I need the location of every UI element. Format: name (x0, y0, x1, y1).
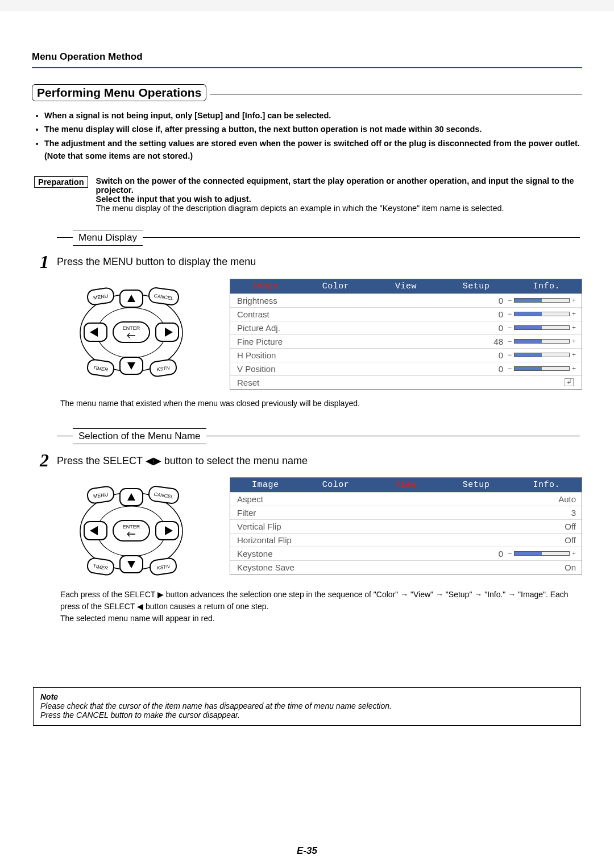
osd-row-label: Picture Adj. (237, 323, 485, 333)
osd-row-value: 0 (485, 549, 503, 559)
section-heading: Performing Menu Operations (32, 84, 206, 101)
osd-tab-setup: Setup (441, 478, 512, 492)
step2-caption: Each press of the SELECT ▶ button advanc… (60, 589, 582, 625)
preparation-label: Preparation (34, 176, 88, 188)
minus-icon: − (508, 337, 512, 345)
remote-diagram: ENTER MENU CANCEL TIMER KSTN (60, 477, 202, 580)
osd-bar-wrap: −+ (508, 351, 576, 359)
osd-tab-color: Color (301, 478, 371, 492)
osd-row: Filter3 (230, 506, 582, 519)
remote-diagram: ENTER MENU CANCEL TIMER KSTN (60, 279, 202, 381)
osd-row-label: Horizontal Flip (237, 535, 489, 545)
osd-row: Brightness0−+ (230, 294, 582, 307)
osd-row-value: 0 (485, 323, 503, 333)
osd-tab-color: Color (301, 279, 371, 294)
osd-row-label: Filter (237, 508, 489, 518)
prep-bold2: Select the input that you wish to adjust… (96, 195, 251, 204)
osd-row: H Position0−+ (230, 348, 582, 362)
osd-bar-wrap: −+ (508, 324, 576, 332)
prep-plain: The menu display of the description diag… (96, 204, 504, 213)
osd-bar (514, 551, 570, 556)
step-text: Press the SELECT ◀▶ button to select the… (57, 454, 308, 467)
page-number: E-35 (0, 845, 614, 857)
step-content: ENTER MENU CANCEL TIMER KSTN Image Color… (60, 279, 582, 390)
plus-icon: + (572, 351, 576, 359)
osd-tab-view: View (371, 279, 441, 294)
step1-caption: The menu name that existed when the menu… (60, 399, 582, 408)
osd-row: Vertical FlipOff (230, 519, 582, 533)
step-row: 2 Press the SELECT ◀▶ button to select t… (32, 451, 582, 469)
osd-tab-info: Info. (511, 478, 582, 492)
page-header: Menu Operation Method (32, 51, 582, 63)
osd-row: Keystone0−+ (230, 547, 582, 560)
osd-rows: AspectAutoFilter3Vertical FlipOffHorizon… (230, 492, 582, 574)
minus-icon: − (508, 365, 512, 373)
osd-row-label: Vertical Flip (237, 522, 489, 531)
osd-row-value: 48 (485, 337, 503, 346)
sub-line (206, 436, 580, 436)
plus-icon: + (572, 549, 576, 557)
osd-row-label: Keystone Save (237, 563, 489, 572)
osd-tab-view: View (371, 478, 441, 492)
section-heading-line (210, 94, 582, 94)
bullet-item: When a signal is not being input, only [… (44, 109, 582, 122)
osd-bar-wrap: −+ (508, 549, 576, 557)
bullet-item: The menu display will close if, after pr… (44, 123, 582, 135)
sub-heading-row: Menu Display (57, 230, 582, 246)
step-text-pre: Press the SELECT (57, 455, 146, 466)
osd-row: V Position0−+ (230, 362, 582, 375)
bullet-item: The adjustment and the setting values ar… (44, 137, 582, 163)
osd-row-label: Keystone (237, 549, 485, 559)
osd-row-value: 0 (485, 350, 503, 360)
sub-heading-row: Selection of the Menu Name (57, 428, 582, 444)
plus-icon: + (572, 337, 576, 345)
step-content: ENTER MENU CANCEL TIMER KSTN Image Color… (60, 477, 582, 580)
note-title: Note (40, 692, 574, 701)
osd-row-value: On (489, 563, 576, 572)
minus-icon: − (508, 549, 512, 557)
osd-tab-info: Info. (511, 279, 582, 294)
step-number: 2 (32, 451, 49, 469)
plus-icon: + (572, 365, 576, 373)
prep-bold1: Switch on the power of the connected equ… (96, 176, 574, 195)
osd-bar (514, 325, 570, 330)
plus-icon: + (572, 296, 576, 304)
bullet-text: (Note that some items are not stored.) (44, 151, 193, 160)
osd-row-value: 3 (489, 508, 576, 518)
osd-tab-image: Image (230, 279, 301, 294)
left-right-arrow-icon: ◀▶ (146, 455, 161, 466)
header-rule (32, 67, 582, 68)
minus-icon: − (508, 296, 512, 304)
osd-rows: Brightness0−+Contrast0−+Picture Adj.0−+F… (230, 294, 582, 389)
osd-row-label: Fine Picture (237, 337, 485, 346)
osd-row-value: Off (489, 522, 576, 531)
note-line: Press the CANCEL button to make the curs… (40, 710, 240, 720)
osd-menu-1: Image Color View Setup Info. Brightness0… (230, 279, 582, 390)
osd-menu-2: Image Color View Setup Info. AspectAutoF… (230, 477, 582, 574)
osd-tab-image: Image (230, 478, 301, 492)
osd-row: AspectAuto (230, 492, 582, 506)
page: Menu Operation Method Performing Menu Op… (0, 11, 614, 868)
sub-heading: Menu Display (73, 230, 143, 246)
sub-line (143, 237, 580, 238)
step-text: Press the MENU button to display the men… (57, 256, 256, 268)
osd-bar (514, 298, 570, 303)
sub-line (57, 436, 73, 436)
minus-icon: − (508, 310, 512, 318)
osd-row: Contrast0−+ (230, 307, 582, 321)
osd-bar (514, 339, 570, 344)
osd-row: Keystone SaveOn (230, 560, 582, 574)
osd-tab-setup: Setup (441, 279, 512, 294)
preparation-text: Switch on the power of the connected equ… (96, 176, 582, 213)
svg-text:ENTER: ENTER (123, 325, 140, 331)
osd-bar (514, 312, 570, 316)
step-row: 1 Press the MENU button to display the m… (32, 253, 582, 271)
osd-tabs: Image Color View Setup Info. (230, 478, 582, 492)
osd-bar-wrap: −+ (508, 310, 576, 318)
step-text-post: button to select the menu name (164, 455, 308, 466)
osd-row-label: Contrast (237, 309, 485, 319)
plus-icon: + (572, 310, 576, 318)
sub-heading: Selection of the Menu Name (73, 428, 206, 444)
caption-line: Each press of the SELECT ▶ button advanc… (60, 590, 569, 611)
osd-row-label: V Position (237, 364, 485, 374)
